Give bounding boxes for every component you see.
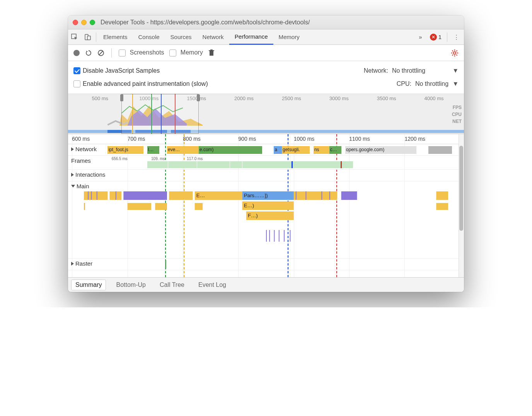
disable-js-toggle[interactable]: Disable JavaScript Samples bbox=[73, 67, 160, 74]
devtools-window: Developer Tools - https://developers.goo… bbox=[68, 15, 464, 292]
detail-tick: 600 ms bbox=[72, 136, 90, 142]
viewport-handle-right[interactable] bbox=[197, 94, 200, 101]
svg-line-13 bbox=[452, 50, 453, 51]
tab-memory[interactable]: Memory bbox=[273, 29, 305, 45]
bottom-tab-bottomup[interactable]: Bottom-Up bbox=[112, 280, 149, 290]
overview-timeline[interactable]: 500 ms1000 ms1500 ms2000 ms2500 ms3000 m… bbox=[68, 94, 464, 134]
track-network[interactable]: Network ipt_foot.jsl…eve…e.com)agetsugli… bbox=[68, 144, 464, 156]
svg-rect-43 bbox=[279, 230, 280, 242]
overview-tick: 4000 ms bbox=[425, 95, 444, 101]
track-frames[interactable]: Frames 656.5 ms109. ms117.0 ms bbox=[68, 156, 464, 170]
svg-text:E…): E…) bbox=[244, 203, 254, 208]
svg-rect-40 bbox=[266, 230, 267, 242]
svg-rect-24 bbox=[88, 191, 89, 200]
memory-label: Memory bbox=[181, 49, 203, 56]
overview-tick: 2000 ms bbox=[234, 95, 254, 101]
tab-network[interactable]: Network bbox=[197, 29, 229, 45]
viewport-handle-left[interactable] bbox=[120, 94, 123, 101]
detail-ruler: 600 ms700 ms800 ms900 ms1000 ms1100 ms12… bbox=[68, 134, 464, 144]
track-main[interactable]: Main bbox=[68, 181, 464, 259]
close-window-button[interactable] bbox=[73, 20, 78, 25]
detail-tick: 800 ms bbox=[183, 136, 201, 142]
bottom-tabs: Summary Bottom-Up Call Tree Event Log bbox=[68, 277, 464, 292]
tab-console[interactable]: Console bbox=[133, 29, 165, 45]
svg-rect-44 bbox=[284, 230, 285, 242]
network-request-bar[interactable] bbox=[428, 146, 452, 154]
memory-toggle[interactable]: Memory bbox=[169, 49, 203, 56]
svg-text:E…: E… bbox=[196, 193, 205, 198]
flame-chart[interactable]: E…Pars……])E…)F…) bbox=[68, 191, 464, 257]
detail-tick: 1200 ms bbox=[404, 136, 425, 142]
tab-elements[interactable]: Elements bbox=[98, 29, 133, 45]
capture-settings-gear-icon[interactable] bbox=[451, 49, 459, 57]
network-request-bar[interactable]: getsugli. bbox=[282, 146, 310, 154]
screenshots-toggle[interactable]: Screenshots bbox=[119, 49, 164, 56]
track-network-header[interactable]: Network bbox=[71, 146, 97, 152]
svg-rect-5 bbox=[210, 51, 213, 56]
svg-rect-30 bbox=[321, 191, 322, 200]
track-interactions[interactable]: Interactions bbox=[68, 170, 464, 181]
svg-line-15 bbox=[452, 55, 453, 55]
more-tabs-button[interactable]: » bbox=[415, 34, 426, 40]
vertical-scrollbar[interactable] bbox=[459, 134, 464, 277]
network-request-bar[interactable]: a bbox=[274, 146, 281, 154]
advanced-paint-toggle[interactable]: Enable advanced paint instrumentation (s… bbox=[73, 80, 208, 87]
track-frames-header[interactable]: Frames bbox=[71, 157, 91, 164]
maximize-window-button[interactable] bbox=[90, 20, 95, 25]
track-raster[interactable]: Raster bbox=[68, 259, 464, 270]
overview-tick: 3000 ms bbox=[329, 95, 349, 101]
svg-rect-7 bbox=[210, 49, 213, 50]
overview-tick: 500 ms bbox=[92, 95, 108, 101]
clear-icon[interactable] bbox=[97, 49, 104, 56]
tab-sources[interactable]: Sources bbox=[165, 29, 197, 45]
screenshots-checkbox[interactable] bbox=[119, 49, 126, 56]
svg-rect-27 bbox=[116, 191, 116, 200]
network-label: Network: bbox=[364, 67, 388, 74]
disable-js-checkbox[interactable] bbox=[73, 67, 80, 74]
divider bbox=[447, 32, 447, 42]
window-controls bbox=[73, 20, 95, 25]
trash-icon[interactable] bbox=[208, 49, 215, 56]
titlebar: Developer Tools - https://developers.goo… bbox=[68, 15, 464, 29]
memory-checkbox[interactable] bbox=[169, 49, 176, 56]
inspect-icon[interactable] bbox=[68, 29, 81, 45]
frame-duration-label: 656.5 ms bbox=[112, 157, 128, 161]
track-raster-header[interactable]: Raster bbox=[71, 260, 92, 267]
minimize-window-button[interactable] bbox=[81, 20, 87, 25]
network-throttle-select[interactable]: Network: No throttling ▼ bbox=[364, 67, 459, 74]
svg-rect-28 bbox=[296, 191, 297, 200]
network-request-bar[interactable]: opers.google.com) bbox=[345, 146, 416, 154]
overview-viewport[interactable] bbox=[121, 94, 199, 134]
record-button[interactable] bbox=[73, 50, 80, 56]
cpu-label: CPU: bbox=[397, 80, 411, 87]
network-request-bar[interactable]: e.com) bbox=[199, 146, 262, 154]
svg-rect-49 bbox=[195, 203, 203, 210]
advanced-paint-checkbox[interactable] bbox=[73, 80, 80, 87]
network-request-bar[interactable]: ns bbox=[314, 146, 329, 154]
network-request-bar[interactable]: l… bbox=[147, 146, 159, 154]
frame-duration-label: 109. ms bbox=[151, 157, 165, 161]
network-request-bar[interactable]: c… bbox=[329, 146, 341, 154]
bottom-tab-summary[interactable]: Summary bbox=[71, 280, 106, 290]
svg-line-4 bbox=[99, 51, 103, 55]
chevron-down-icon bbox=[71, 185, 75, 188]
network-request-bar[interactable]: eve… bbox=[167, 146, 199, 154]
device-toggle-icon[interactable] bbox=[81, 29, 94, 45]
svg-rect-47 bbox=[128, 203, 151, 210]
frame-duration-label: 117.0 ms bbox=[187, 157, 203, 161]
reload-icon[interactable] bbox=[85, 49, 92, 56]
bottom-tab-calltree[interactable]: Call Tree bbox=[156, 280, 188, 290]
detail-tick: 1100 ms bbox=[349, 136, 370, 142]
tab-performance[interactable]: Performance bbox=[229, 29, 273, 45]
error-count-badge[interactable]: ✕ 1 bbox=[426, 34, 445, 41]
network-value: No throttling bbox=[392, 67, 425, 74]
svg-rect-48 bbox=[155, 203, 167, 210]
frame-strip bbox=[147, 161, 353, 168]
track-main-header[interactable]: Main bbox=[71, 183, 89, 189]
track-interactions-header[interactable]: Interactions bbox=[71, 171, 106, 178]
bottom-tab-eventlog[interactable]: Event Log bbox=[194, 280, 230, 290]
cpu-throttle-select[interactable]: CPU: No throttling ▼ bbox=[397, 80, 459, 87]
scrollbar-thumb[interactable] bbox=[459, 146, 463, 231]
menu-kebab-icon[interactable]: ⋮ bbox=[449, 34, 464, 41]
network-request-bar[interactable]: ipt_foot.js bbox=[107, 146, 143, 154]
